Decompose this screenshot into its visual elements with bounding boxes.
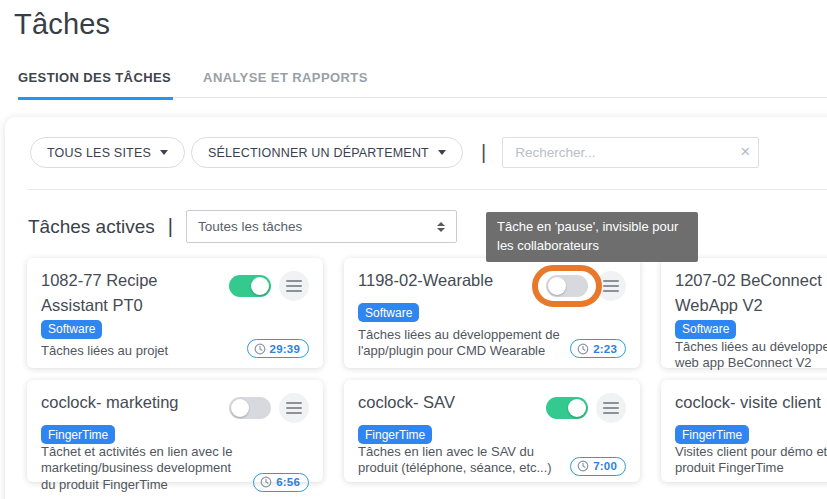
chevron-down-icon (160, 150, 168, 155)
toggle-wrap (229, 397, 271, 419)
card-header: coclock- marketing (41, 390, 309, 423)
task-filter-selected-value: Toutes les tâches (198, 219, 302, 234)
page-title: Tâches (14, 8, 110, 41)
task-title: coclock- visite client (675, 390, 827, 415)
task-title: 1207-02 BeConnect WebApp V2 (675, 268, 827, 318)
sites-filter-button[interactable]: TOUS LES SITES (30, 137, 185, 168)
task-card: coclock- marketing FingerTime Tâchet et … (27, 380, 323, 482)
active-tasks-header: Tâches actives | Toutes les tâches (28, 210, 457, 243)
task-description: Visites client pour démo et vente du pro… (675, 444, 827, 477)
filter-separator: | (481, 141, 486, 164)
search-input[interactable] (502, 137, 759, 168)
toggle-knob (251, 277, 269, 295)
filter-bar: TOUS LES SITES SÉLECTIONNER UN DÉPARTEME… (30, 137, 759, 168)
task-card-grid: 1082-77 Recipe Assistant PT0 Software Tâ… (27, 258, 827, 482)
filter-divider (28, 189, 827, 190)
card-menu-button[interactable] (279, 271, 309, 301)
tab-bar: GESTION DES TÂCHES ANALYSE ET RAPPORTS (18, 70, 370, 100)
card-footer: Tâchet et activités en lien avec le mark… (41, 444, 309, 493)
task-active-toggle[interactable] (546, 397, 588, 419)
time-value: 6:56 (276, 476, 300, 488)
card-controls (546, 271, 626, 301)
task-description: Tâchet et activités en lien avec le mark… (41, 444, 253, 493)
tab-analyse-et-rapports[interactable]: ANALYSE ET RAPPORTS (203, 70, 370, 100)
clock-icon (254, 343, 266, 355)
toggle-knob (231, 399, 249, 417)
search-box: × (502, 137, 759, 168)
card-row-2: coclock- marketing FingerTime Tâchet et … (27, 380, 827, 482)
toggle-wrap (546, 397, 588, 419)
task-card: coclock- SAV FingerTime Tâches en lien a… (344, 380, 640, 482)
toggle-wrap (546, 275, 588, 297)
card-controls (229, 393, 309, 423)
card-footer: Tâches liées au projet 29:39 (41, 339, 309, 359)
time-badge: 6:56 (253, 473, 309, 492)
task-title: 1198-02-Wearable (358, 268, 546, 293)
card-footer: Visites client pour démo et vente du pro… (675, 444, 827, 477)
task-card: 1207-02 BeConnect WebApp V2 Software Tâc… (661, 258, 827, 368)
task-title: coclock- marketing (41, 390, 229, 415)
task-active-toggle[interactable] (229, 397, 271, 419)
sites-filter-label: TOUS LES SITES (47, 146, 151, 160)
task-description: Tâches liées au développement de la web … (675, 339, 827, 372)
search-clear-icon[interactable]: × (740, 141, 750, 163)
card-header: coclock- SAV (358, 390, 626, 423)
clock-icon (577, 460, 589, 472)
department-filter-label: SÉLECTIONNER UN DÉPARTEMENT (208, 146, 429, 160)
toggle-wrap (229, 275, 271, 297)
category-badge: FingerTime (358, 425, 432, 444)
category-badge: Software (675, 320, 736, 339)
time-badge: 7:00 (570, 457, 626, 476)
time-badge: 29:39 (247, 339, 309, 358)
category-badge: Software (41, 320, 102, 339)
card-header: coclock- visite client (675, 390, 827, 423)
task-filter-select[interactable]: Toutes les tâches (186, 210, 457, 243)
card-menu-button[interactable] (279, 393, 309, 423)
task-card: 1198-02-Wearable Software Tâches liées a… (344, 258, 640, 368)
category-badge: FingerTime (675, 425, 749, 444)
card-menu-button[interactable] (596, 271, 626, 301)
time-value: 7:00 (593, 460, 617, 472)
toggle-knob (548, 277, 566, 295)
category-badge: FingerTime (41, 425, 115, 444)
task-description: Tâches liées au projet (41, 343, 247, 359)
card-menu-button[interactable] (596, 393, 626, 423)
task-card: 1082-77 Recipe Assistant PT0 Software Tâ… (27, 258, 323, 368)
card-controls (546, 393, 626, 423)
tab-gestion-des-taches[interactable]: GESTION DES TÂCHES (18, 70, 173, 100)
toggle-knob (568, 399, 586, 417)
clock-icon (577, 343, 589, 355)
clock-icon (260, 476, 272, 488)
section-title: Tâches actives (28, 216, 155, 238)
time-value: 29:39 (270, 343, 300, 355)
task-title: coclock- SAV (358, 390, 546, 415)
task-description: Tâches en lien avec le SAV du produit (t… (358, 444, 570, 477)
card-footer: Tâches liées au développement de la web … (675, 339, 827, 372)
category-badge: Software (358, 303, 419, 322)
task-card: coclock- visite client FingerTime Visite… (661, 380, 827, 482)
time-value: 2:23 (593, 343, 617, 355)
pause-tooltip: Tâche en 'pause', invisible pour les col… (486, 212, 698, 262)
task-title: 1082-77 Recipe Assistant PT0 (41, 268, 229, 318)
time-badge: 2:23 (570, 339, 626, 358)
task-active-toggle[interactable] (229, 275, 271, 297)
department-filter-button[interactable]: SÉLECTIONNER UN DÉPARTEMENT (191, 137, 463, 168)
card-row-1: 1082-77 Recipe Assistant PT0 Software Tâ… (27, 258, 827, 368)
card-header: 1207-02 BeConnect WebApp V2 (675, 268, 827, 318)
section-separator: | (168, 215, 173, 238)
card-footer: Tâches en lien avec le SAV du produit (t… (358, 444, 626, 477)
card-header: 1082-77 Recipe Assistant PT0 (41, 268, 309, 318)
select-spinner-icon (437, 222, 445, 232)
task-active-toggle[interactable] (546, 275, 588, 297)
chevron-down-icon (438, 150, 446, 155)
card-controls (229, 271, 309, 301)
card-header: 1198-02-Wearable (358, 268, 626, 301)
task-description: Tâches liées au développement de l'app/p… (358, 327, 570, 360)
card-footer: Tâches liées au développement de l'app/p… (358, 327, 626, 360)
